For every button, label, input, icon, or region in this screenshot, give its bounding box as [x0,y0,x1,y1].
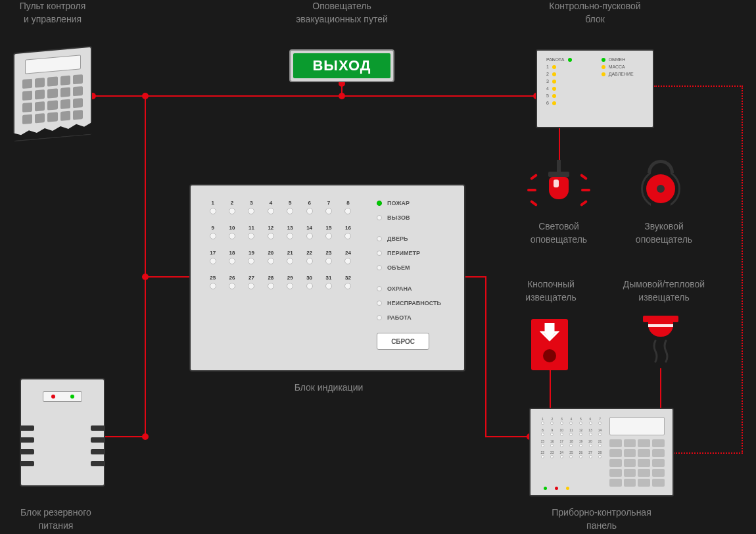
panel-zone-cell: 21 [596,439,604,449]
zone-cell: 24 [339,250,357,271]
panel-zone-cell: 17 [557,439,566,449]
wire-node [339,93,345,99]
ctrl-row-label: МАССА [609,64,625,69]
ctrl-row-label: 6 [546,101,549,105]
wire-dashed [742,85,743,454]
zone-cell: 11 [243,225,260,246]
zone-cell: 31 [319,275,337,296]
panel-zone-cell: 11 [567,428,576,438]
zone-cell: 26 [223,275,241,296]
panel-zone-cell: 25 [567,450,576,460]
panel-zone-cell: 4 [567,417,576,427]
status-row: ВЫЗОВ [377,214,451,221]
zone-cell: 10 [223,225,241,246]
panel-zone-cell: 16 [548,439,557,449]
zone-cell: 17 [204,250,222,271]
panel-zone-cell: 14 [596,428,604,438]
status-row: ПЕРИМЕТР [377,250,451,256]
zone-cell: 2 [223,200,241,221]
control-panel: 1234567891011121314151617181920212223242… [529,408,674,497]
sound-bell-icon [634,160,687,212]
zone-cell: 29 [281,275,299,296]
indication-block: 1234567891011121314151617181920212223242… [189,184,465,372]
panel-zone-cell: 27 [586,450,595,460]
panel-zone-cell: 26 [577,450,585,460]
ctrl-row-label: РАБОТА [546,57,565,62]
zone-cell: 14 [300,225,318,246]
svg-marker-6 [543,324,556,339]
panel-zone-cell: 8 [538,428,547,438]
status-row: ОБЪЕМ [377,264,451,271]
wire [485,436,531,437]
panel-zone-cell: 23 [548,450,557,460]
ctrl-row-label: 1 [546,64,549,69]
wire [145,276,191,278]
wire-node [142,433,149,440]
wire-node [142,93,149,99]
panel-zone-cell: 2 [548,417,557,427]
zone-cell: 23 [319,250,337,271]
zone-cell: 22 [300,250,318,271]
panel-zone-cell: 10 [557,428,566,438]
zone-cell: 18 [223,250,241,271]
zone-cell: 5 [281,200,299,221]
panel-zone-cell: 20 [586,439,595,449]
panel-zone-cell: 12 [577,428,585,438]
wire-dashed [653,85,743,87]
zone-cell: 32 [339,275,357,296]
ctrl-row-label: ОБМЕН [609,57,626,62]
status-row: НЕИСПРАВНОСТЬ [377,300,451,306]
label-ctrl-block: Контрольно-пусковойблок [519,0,671,26]
reset-button[interactable]: СБРОС [377,333,429,350]
zone-cell: 8 [339,200,357,221]
backup-power-unit [20,378,105,487]
panel-zone-cell: 9 [548,428,557,438]
exit-sign: ВЫХОД [289,49,394,82]
label-exit-sign: Оповещательэвакуационных путей [263,0,421,26]
wire-dashed [673,452,743,454]
zone-cell: 25 [204,275,222,296]
zone-cell: 12 [262,225,279,246]
exit-sign-text: ВЫХОД [293,53,390,78]
control-keypad [13,46,92,141]
label-bell: Звуковойоповещатель [621,220,707,246]
ctrl-row-label: 3 [546,79,549,84]
zone-cell: 30 [300,275,318,296]
zone-cell: 6 [300,200,318,221]
label-panel: Приборно-контрольнаяпанель [526,506,677,532]
wire-node [142,274,149,280]
wire [105,436,146,437]
status-row: ОХРАНА [377,285,451,292]
light-beacon-icon [532,160,585,212]
panel-zone-cell: 6 [586,417,595,427]
wire [559,128,560,164]
zone-cell: 7 [319,200,337,221]
smoke-detector-icon [638,316,684,368]
wire [485,276,486,437]
wire [464,276,486,278]
ctrl-row-label: 4 [546,86,549,91]
panel-zone-cell: 22 [538,450,547,460]
label-psu: Блок резервногопитания [0,506,112,532]
panel-zone-cell: 24 [557,450,566,460]
zone-cell: 13 [281,225,299,246]
zone-cell: 20 [262,250,279,271]
ctrl-row-label: 2 [546,72,549,76]
panel-zone-cell: 28 [596,450,604,460]
zone-cell: 1 [204,200,222,221]
label-keypad: Пульт контроляи управления [0,0,105,26]
zone-cell: 4 [262,200,279,221]
panel-zone-cell: 3 [557,417,566,427]
manual-call-point-icon [531,319,568,370]
zone-cell: 15 [319,225,337,246]
zone-cell: 9 [204,225,222,246]
zone-cell: 27 [243,275,260,296]
panel-zone-cell: 19 [577,439,585,449]
panel-zone-cell: 7 [596,417,604,427]
zone-cell: 19 [243,250,260,271]
ctrl-row-label: ДАВЛЕНИЕ [609,72,634,76]
status-row: РАБОТА [377,314,451,321]
wire [92,95,539,97]
panel-zone-cell: 5 [577,417,585,427]
panel-zone-cell: 15 [538,439,547,449]
